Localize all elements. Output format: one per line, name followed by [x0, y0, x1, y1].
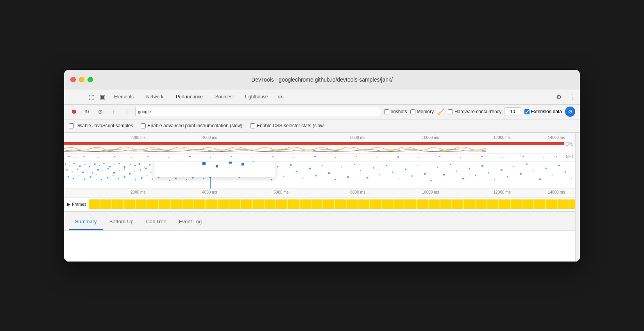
disable-js-checkbox[interactable]: Disable JavaScript samples [69, 123, 133, 128]
download-button[interactable]: ↓ [122, 107, 132, 117]
upload-button[interactable]: ↑ [109, 107, 119, 117]
svg-rect-58 [72, 171, 73, 171]
css-selector-checkbox[interactable]: Enable CSS selector stats (slow [250, 123, 324, 128]
svg-rect-33 [94, 163, 95, 165]
responsive-icon[interactable]: ▣ [97, 92, 108, 103]
url-text: google [138, 109, 151, 114]
minimize-button[interactable] [79, 77, 84, 82]
traffic-lights [70, 77, 93, 82]
btick-12000: 12000 ms [494, 190, 511, 194]
svg-rect-39 [124, 166, 125, 167]
svg-rect-32 [89, 166, 90, 167]
screenshots-checkbox-input[interactable] [384, 109, 389, 114]
cursor-icon[interactable]: ⬚ [86, 92, 97, 103]
svg-rect-128 [322, 165, 322, 166]
frames-bar [89, 199, 575, 209]
advanced-paint-checkbox[interactable]: Enable advanced paint instrumentation (s… [141, 123, 242, 128]
time-ruler-bottom: 2000 ms 4000 ms 6000 ms 8000 ms 10000 ms… [64, 189, 575, 198]
svg-rect-13 [293, 157, 294, 158]
svg-rect-147 [443, 174, 445, 175]
svg-rect-20 [439, 156, 440, 157]
tab-sources[interactable]: Sources [209, 90, 239, 104]
scrollbar[interactable] [575, 133, 580, 262]
btick-4000: 4000 ms [202, 190, 217, 194]
tab-bottom-up[interactable]: Bottom-Up [103, 214, 140, 230]
svg-rect-235 [242, 163, 244, 166]
close-button[interactable] [70, 77, 76, 82]
svg-rect-16 [356, 156, 357, 157]
tab-network[interactable]: Network [140, 90, 170, 104]
call-tree-label: Call Tree [146, 219, 166, 224]
svg-rect-134 [360, 170, 361, 171]
tab-call-tree[interactable]: Call Tree [140, 214, 173, 230]
tab-more[interactable]: >> [274, 90, 286, 104]
tab-event-log[interactable]: Event Log [173, 214, 208, 230]
reload-button[interactable]: ↻ [82, 107, 92, 117]
svg-rect-24 [522, 156, 524, 157]
settings-blue-icon[interactable]: ⚙ [565, 107, 575, 117]
svg-rect-25 [544, 157, 544, 158]
screenshots-checkbox[interactable]: enshots [384, 109, 407, 114]
memory-checkbox-input[interactable] [410, 109, 415, 114]
hw-concurrency-input[interactable] [504, 107, 521, 116]
svg-rect-3 [97, 157, 98, 158]
maximize-button[interactable] [88, 77, 93, 82]
svg-rect-90 [89, 176, 91, 178]
menu-icon[interactable]: ⋮ [566, 90, 580, 104]
svg-rect-71 [140, 169, 141, 170]
perf-toolbar-1: ⏺ ↻ ⊘ ↑ ↓ google enshots Memory 🧹 Hardwa… [64, 105, 580, 119]
svg-rect-136 [373, 167, 374, 168]
svg-rect-133 [354, 164, 355, 165]
svg-rect-123 [290, 164, 292, 166]
svg-rect-44 [149, 164, 150, 165]
svg-rect-61 [88, 169, 88, 170]
disable-js-label: Disable JavaScript samples [75, 123, 133, 128]
tab-summary[interactable]: Summary [69, 214, 103, 230]
svg-rect-122 [283, 176, 284, 177]
svg-rect-126 [309, 167, 311, 169]
svg-rect-142 [411, 175, 412, 176]
url-bar: google [135, 107, 381, 116]
advanced-paint-input[interactable] [141, 123, 146, 128]
tab-lighthouse[interactable]: Lighthouse [239, 90, 274, 104]
svg-rect-19 [419, 157, 419, 158]
css-selector-input[interactable] [250, 123, 255, 128]
settings-icon[interactable]: ⚙ [552, 90, 566, 104]
disable-js-input[interactable] [69, 123, 74, 128]
svg-rect-70 [134, 171, 135, 171]
red-bar [64, 142, 564, 145]
record-button[interactable]: ⏺ [69, 107, 79, 117]
tick-2000: 2000 ms [131, 135, 145, 140]
svg-rect-72 [145, 167, 147, 169]
frames-row: ▶ Frames [64, 198, 575, 212]
svg-rect-129 [328, 172, 330, 174]
svg-rect-164 [552, 174, 553, 175]
svg-rect-67 [119, 170, 120, 171]
svg-rect-96 [124, 176, 125, 178]
svg-rect-140 [399, 178, 399, 179]
svg-rect-159 [520, 173, 521, 174]
svg-rect-105 [175, 178, 176, 179]
hw-label[interactable]: Hardware concurrency [448, 109, 502, 114]
tab-performance[interactable]: Performance [170, 90, 209, 104]
svg-rect-87 [73, 178, 74, 179]
main-timeline: 2000 ms 4000 ms 8000 ms 10000 ms 12000 m… [64, 133, 575, 262]
frames-toggle[interactable]: ▶ Frames [67, 202, 86, 207]
tab-elements[interactable]: Elements [108, 90, 140, 104]
broom-icon[interactable]: 🧹 [437, 108, 445, 116]
svg-rect-107 [186, 179, 187, 180]
svg-rect-41 [134, 165, 136, 166]
svg-rect-165 [558, 164, 560, 166]
net-row: NET [64, 154, 575, 162]
svg-rect-120 [271, 179, 272, 180]
memory-checkbox[interactable]: Memory [410, 109, 434, 114]
btick-8000: 8000 ms [350, 190, 365, 194]
svg-rect-95 [118, 178, 119, 179]
ext-checkbox-input[interactable] [524, 109, 530, 114]
svg-rect-12 [272, 156, 274, 157]
svg-rect-68 [124, 168, 125, 169]
summary-label: Summary [75, 219, 97, 224]
hw-checkbox-input[interactable] [448, 109, 453, 114]
clear-button[interactable]: ⊘ [95, 107, 106, 117]
svg-rect-28 [69, 164, 70, 165]
